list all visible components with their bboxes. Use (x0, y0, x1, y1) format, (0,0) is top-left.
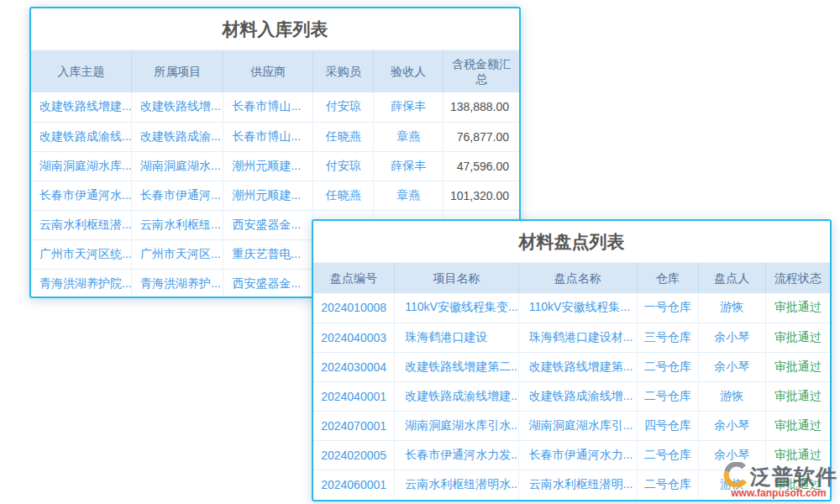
table-cell[interactable]: 云南水利枢纽... (132, 210, 223, 239)
table-cell[interactable]: 章燕 (374, 122, 444, 151)
table-cell[interactable]: 青海洪湖养护... (132, 269, 223, 298)
table-cell: 101,320.00 (444, 181, 519, 210)
table-row[interactable]: 改建铁路线增建...改建铁路线增...长春市博山...付安琼薛保丰138,888… (31, 92, 519, 122)
table-cell[interactable]: 2024010008 (313, 293, 395, 323)
table-cell[interactable]: 潮州元顺建... (223, 151, 313, 181)
table-cell[interactable]: 游恢 (698, 293, 765, 323)
table-cell[interactable]: 二号仓库 (637, 352, 698, 381)
column-header: 所属项目 (132, 50, 223, 93)
table-cell[interactable]: 2024030004 (313, 352, 395, 381)
table-cell[interactable]: 薛保丰 (374, 151, 444, 181)
table-cell: 审批通过 (765, 352, 830, 381)
table-cell[interactable]: 云南水利枢纽潜明水... (395, 470, 519, 499)
table-cell[interactable]: 110kV安徽线程集变... (395, 293, 519, 323)
table-cell: 审批通过 (765, 470, 830, 499)
table-cell[interactable]: 四号仓库 (637, 411, 698, 440)
table-row[interactable]: 湖南洞庭湖水库...湖南洞庭湖水...潮州元顺建...付安琼薛保丰47,596.… (31, 151, 519, 181)
column-header: 仓库 (637, 263, 698, 294)
inventory-list-panel: 材料盘点列表 盘点编号项目名称盘点名称仓库盘点人流程状态202401000811… (312, 219, 832, 501)
table-cell[interactable]: 一号仓库 (637, 293, 698, 323)
table-cell[interactable]: 付安琼 (313, 92, 374, 122)
table-cell[interactable]: 云南水利枢纽潜... (31, 210, 132, 239)
table-row[interactable]: 2024070001湖南洞庭湖水库引水...湖南洞庭湖水库引...四号仓库余小琴… (313, 411, 830, 440)
table-cell[interactable]: 湖南洞庭湖水库... (31, 151, 132, 181)
table-cell[interactable]: 重庆艺普电... (223, 239, 313, 269)
table-cell[interactable]: 游恢 (698, 470, 765, 499)
table-cell[interactable]: 广州市天河区... (132, 239, 223, 269)
table-cell[interactable]: 二号仓库 (637, 440, 698, 470)
table-cell[interactable]: 云南水利枢纽潜明... (518, 470, 637, 499)
table-cell[interactable]: 青海洪湖养护院... (31, 269, 132, 298)
inbound-list-title: 材料入库列表 (31, 8, 519, 50)
table-cell[interactable]: 改建铁路线增建... (31, 92, 132, 122)
table-cell[interactable]: 2024020005 (313, 440, 395, 470)
table-cell[interactable]: 湖南洞庭湖水... (132, 151, 223, 181)
table-cell[interactable]: 长春市伊通河水力... (518, 440, 637, 470)
table-cell[interactable]: 广州市天河区统... (31, 239, 132, 269)
column-header: 含税金额汇总 (444, 50, 519, 93)
table-cell: 76,877.00 (444, 122, 519, 151)
table-cell[interactable]: 110kV安徽线程集... (518, 293, 637, 323)
table-cell[interactable]: 2024040003 (313, 323, 395, 352)
table-cell[interactable]: 改建铁路成渝线增建... (395, 381, 519, 411)
table-row[interactable]: 2024040003珠海鹤港口建设珠海鹤港口建设材...三号仓库余小琴审批通过 (313, 323, 830, 352)
inventory-list-title: 材料盘点列表 (313, 221, 830, 262)
column-header: 项目名称 (395, 263, 519, 294)
table-cell[interactable]: 改建铁路线增... (132, 92, 223, 122)
table-cell[interactable]: 余小琴 (698, 440, 765, 470)
column-header: 盘点名称 (518, 263, 637, 294)
table-cell[interactable]: 西安盛器金... (223, 210, 313, 239)
table-cell[interactable]: 长春市博山... (223, 92, 313, 122)
table-cell[interactable]: 薛保丰 (374, 92, 444, 122)
column-header: 验收人 (374, 50, 444, 93)
table-cell[interactable]: 潮州元顺建... (223, 181, 313, 210)
table-cell: 138,888.00 (444, 92, 519, 122)
table-cell[interactable]: 西安盛器金... (223, 269, 313, 298)
column-header: 采购员 (313, 50, 374, 93)
table-cell[interactable]: 长春市伊通河... (132, 181, 223, 210)
table-cell[interactable]: 任晓燕 (313, 122, 374, 151)
table-cell: 47,596.00 (444, 151, 519, 181)
table-cell[interactable]: 改建铁路线增建第... (518, 352, 637, 381)
table-cell[interactable]: 改建铁路线增建第二... (395, 352, 519, 381)
table-cell[interactable]: 湖南洞庭湖水库引水... (395, 411, 519, 440)
table-cell[interactable]: 余小琴 (698, 411, 765, 440)
table-cell[interactable]: 长春市伊通河水力发... (395, 440, 519, 470)
column-header: 盘点编号 (313, 263, 395, 294)
header-row: 入库主题所属项目供应商采购员验收人含税金额汇总 (31, 50, 519, 93)
table-cell: 审批通过 (765, 323, 830, 352)
table-row[interactable]: 2024020005长春市伊通河水力发...长春市伊通河水力...二号仓库余小琴… (313, 440, 830, 470)
table-cell[interactable]: 余小琴 (698, 323, 765, 352)
table-row[interactable]: 2024040001改建铁路成渝线增建...改建铁路成渝线增...二号仓库游恢审… (313, 381, 830, 411)
table-cell[interactable]: 二号仓库 (637, 381, 698, 411)
table-cell[interactable]: 珠海鹤港口建设 (395, 323, 519, 352)
table-cell[interactable]: 改建铁路成渝线增... (518, 381, 637, 411)
table-cell[interactable]: 改建铁路成渝... (132, 122, 223, 151)
table-cell[interactable]: 余小琴 (698, 352, 765, 381)
table-row[interactable]: 改建铁路成渝线...改建铁路成渝...长春市博山...任晓燕章燕76,877.0… (31, 122, 519, 151)
table-cell[interactable]: 2024060001 (313, 470, 395, 499)
table-cell[interactable]: 2024040001 (313, 381, 395, 411)
header-row: 盘点编号项目名称盘点名称仓库盘点人流程状态 (313, 263, 830, 294)
table-cell[interactable]: 改建铁路成渝线... (31, 122, 132, 151)
column-header: 盘点人 (698, 263, 765, 294)
table-cell[interactable]: 长春市伊通河水... (31, 181, 132, 210)
table-cell[interactable]: 长春市博山... (223, 122, 313, 151)
table-cell[interactable]: 2024070001 (313, 411, 395, 440)
table-cell[interactable]: 游恢 (698, 381, 765, 411)
table-cell[interactable]: 付安琼 (313, 151, 374, 181)
table-cell: 审批通过 (765, 381, 830, 411)
table-row[interactable]: 2024030004改建铁路线增建第二...改建铁路线增建第...二号仓库余小琴… (313, 352, 830, 381)
table-cell: 审批通过 (765, 293, 830, 323)
table-cell[interactable]: 珠海鹤港口建设材... (518, 323, 637, 352)
inventory-table: 盘点编号项目名称盘点名称仓库盘点人流程状态2024010008110kV安徽线程… (313, 262, 830, 499)
table-row[interactable]: 长春市伊通河水...长春市伊通河...潮州元顺建...任晓燕章燕101,320.… (31, 181, 519, 210)
table-cell[interactable]: 湖南洞庭湖水库引... (518, 411, 637, 440)
table-row[interactable]: 2024010008110kV安徽线程集变...110kV安徽线程集...一号仓… (313, 293, 830, 323)
column-header: 入库主题 (31, 50, 132, 93)
table-row[interactable]: 2024060001云南水利枢纽潜明水...云南水利枢纽潜明...二号仓库游恢审… (313, 470, 830, 499)
table-cell[interactable]: 章燕 (374, 181, 444, 210)
table-cell[interactable]: 三号仓库 (637, 323, 698, 352)
table-cell[interactable]: 任晓燕 (313, 181, 374, 210)
table-cell[interactable]: 二号仓库 (637, 470, 698, 499)
